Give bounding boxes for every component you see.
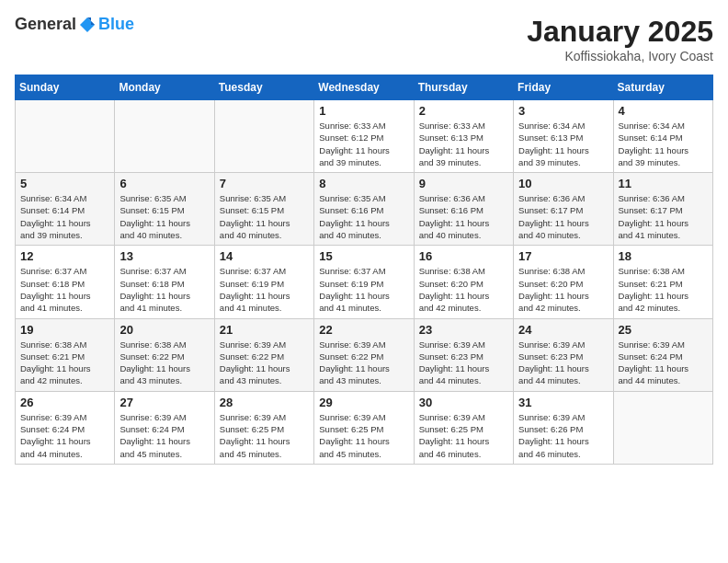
day-info: Sunrise: 6:37 AM Sunset: 6:19 PM Dayligh…: [319, 265, 408, 314]
calendar-week-2: 5Sunrise: 6:34 AM Sunset: 6:14 PM Daylig…: [16, 173, 713, 246]
calendar-cell: 28Sunrise: 6:39 AM Sunset: 6:25 PM Dayli…: [214, 391, 313, 464]
day-number: 9: [419, 177, 508, 190]
calendar-cell: 5Sunrise: 6:34 AM Sunset: 6:14 PM Daylig…: [16, 173, 115, 246]
day-info: Sunrise: 6:38 AM Sunset: 6:20 PM Dayligh…: [518, 265, 608, 314]
day-info: Sunrise: 6:37 AM Sunset: 6:18 PM Dayligh…: [119, 265, 209, 314]
calendar-cell: 7Sunrise: 6:35 AM Sunset: 6:15 PM Daylig…: [214, 173, 313, 246]
day-info: Sunrise: 6:38 AM Sunset: 6:22 PM Dayligh…: [119, 339, 209, 387]
calendar-cell: 31Sunrise: 6:39 AM Sunset: 6:26 PM Dayli…: [514, 391, 613, 464]
logo: General Blue: [15, 15, 134, 34]
day-info: Sunrise: 6:34 AM Sunset: 6:14 PM Dayligh…: [20, 192, 109, 241]
calendar-cell: 26Sunrise: 6:39 AM Sunset: 6:24 PM Dayli…: [16, 391, 115, 464]
calendar-cell: 19Sunrise: 6:38 AM Sunset: 6:21 PM Dayli…: [16, 318, 115, 391]
logo-icon: [78, 16, 97, 34]
calendar-cell: 3Sunrise: 6:34 AM Sunset: 6:13 PM Daylig…: [514, 100, 613, 173]
day-number: 18: [619, 249, 708, 263]
calendar-cell: 14Sunrise: 6:37 AM Sunset: 6:19 PM Dayli…: [214, 246, 313, 318]
day-number: 3: [518, 104, 608, 118]
day-number: 5: [20, 177, 109, 190]
calendar-cell: 13Sunrise: 6:37 AM Sunset: 6:18 PM Dayli…: [115, 246, 214, 318]
day-info: Sunrise: 6:38 AM Sunset: 6:20 PM Dayligh…: [419, 265, 508, 314]
day-info: Sunrise: 6:39 AM Sunset: 6:24 PM Dayligh…: [619, 339, 708, 387]
calendar-cell: [16, 100, 115, 173]
day-number: 14: [220, 249, 309, 263]
day-info: Sunrise: 6:34 AM Sunset: 6:14 PM Dayligh…: [619, 120, 708, 168]
calendar-cell: 20Sunrise: 6:38 AM Sunset: 6:22 PM Dayli…: [115, 318, 214, 391]
day-number: 12: [20, 249, 109, 263]
day-number: 29: [319, 396, 408, 409]
day-info: Sunrise: 6:38 AM Sunset: 6:21 PM Dayligh…: [20, 339, 109, 387]
calendar-cell: 25Sunrise: 6:39 AM Sunset: 6:24 PM Dayli…: [613, 318, 712, 391]
day-info: Sunrise: 6:35 AM Sunset: 6:15 PM Dayligh…: [220, 192, 309, 241]
weekday-header-monday: Monday: [115, 75, 214, 100]
day-number: 17: [518, 249, 608, 263]
day-number: 7: [220, 177, 309, 190]
day-info: Sunrise: 6:37 AM Sunset: 6:19 PM Dayligh…: [220, 265, 309, 314]
logo-general-text: General: [15, 15, 76, 34]
day-number: 31: [518, 396, 608, 409]
calendar-cell: [115, 100, 214, 173]
day-info: Sunrise: 6:39 AM Sunset: 6:25 PM Dayligh…: [419, 411, 508, 460]
day-info: Sunrise: 6:39 AM Sunset: 6:25 PM Dayligh…: [319, 411, 408, 460]
day-number: 11: [619, 177, 708, 190]
day-number: 2: [419, 104, 508, 118]
day-number: 25: [619, 323, 708, 337]
day-info: Sunrise: 6:39 AM Sunset: 6:23 PM Dayligh…: [419, 339, 508, 387]
day-number: 22: [319, 323, 408, 337]
weekday-header-sunday: Sunday: [16, 75, 115, 100]
calendar-cell: 10Sunrise: 6:36 AM Sunset: 6:17 PM Dayli…: [514, 173, 613, 246]
day-info: Sunrise: 6:39 AM Sunset: 6:24 PM Dayligh…: [119, 411, 209, 460]
day-number: 30: [419, 396, 508, 409]
day-info: Sunrise: 6:39 AM Sunset: 6:23 PM Dayligh…: [518, 339, 608, 387]
day-number: 19: [20, 323, 109, 337]
day-number: 16: [419, 249, 508, 263]
calendar-cell: 11Sunrise: 6:36 AM Sunset: 6:17 PM Dayli…: [613, 173, 712, 246]
day-number: 13: [119, 249, 209, 263]
day-number: 20: [119, 323, 209, 337]
calendar-cell: 27Sunrise: 6:39 AM Sunset: 6:24 PM Dayli…: [115, 391, 214, 464]
calendar-cell: 18Sunrise: 6:38 AM Sunset: 6:21 PM Dayli…: [613, 246, 712, 318]
day-number: 27: [119, 396, 209, 409]
calendar-cell: 2Sunrise: 6:33 AM Sunset: 6:13 PM Daylig…: [414, 100, 513, 173]
calendar-week-5: 26Sunrise: 6:39 AM Sunset: 6:24 PM Dayli…: [16, 391, 713, 464]
calendar-week-3: 12Sunrise: 6:37 AM Sunset: 6:18 PM Dayli…: [16, 246, 713, 318]
day-number: 26: [20, 396, 109, 409]
day-info: Sunrise: 6:38 AM Sunset: 6:21 PM Dayligh…: [619, 265, 708, 314]
day-number: 10: [518, 177, 608, 190]
day-number: 23: [419, 323, 508, 337]
day-info: Sunrise: 6:34 AM Sunset: 6:13 PM Dayligh…: [518, 120, 608, 168]
calendar-cell: [613, 391, 712, 464]
day-info: Sunrise: 6:35 AM Sunset: 6:15 PM Dayligh…: [119, 192, 209, 241]
weekday-header-thursday: Thursday: [414, 75, 513, 100]
calendar-cell: 15Sunrise: 6:37 AM Sunset: 6:19 PM Dayli…: [314, 246, 414, 318]
day-info: Sunrise: 6:39 AM Sunset: 6:25 PM Dayligh…: [220, 411, 309, 460]
location-subtitle: Koffissiokaha, Ivory Coast: [527, 49, 713, 63]
day-info: Sunrise: 6:37 AM Sunset: 6:18 PM Dayligh…: [20, 265, 109, 314]
day-number: 21: [220, 323, 309, 337]
day-info: Sunrise: 6:39 AM Sunset: 6:24 PM Dayligh…: [20, 411, 109, 460]
day-info: Sunrise: 6:36 AM Sunset: 6:17 PM Dayligh…: [619, 192, 708, 241]
day-number: 6: [119, 177, 209, 190]
calendar-cell: 8Sunrise: 6:35 AM Sunset: 6:16 PM Daylig…: [314, 173, 414, 246]
calendar-cell: 16Sunrise: 6:38 AM Sunset: 6:20 PM Dayli…: [414, 246, 513, 318]
calendar-cell: 17Sunrise: 6:38 AM Sunset: 6:20 PM Dayli…: [514, 246, 613, 318]
calendar-cell: [214, 100, 313, 173]
weekday-header-friday: Friday: [514, 75, 613, 100]
logo-blue-text: Blue: [98, 15, 134, 34]
calendar-table: SundayMondayTuesdayWednesdayThursdayFrid…: [15, 75, 713, 465]
weekday-header-tuesday: Tuesday: [214, 75, 313, 100]
day-number: 28: [220, 396, 309, 409]
title-block: January 2025 Koffissiokaha, Ivory Coast: [527, 15, 713, 63]
day-number: 24: [518, 323, 608, 337]
calendar-cell: 1Sunrise: 6:33 AM Sunset: 6:12 PM Daylig…: [314, 100, 414, 173]
calendar-cell: 24Sunrise: 6:39 AM Sunset: 6:23 PM Dayli…: [514, 318, 613, 391]
day-number: 1: [319, 104, 408, 118]
calendar-cell: 23Sunrise: 6:39 AM Sunset: 6:23 PM Dayli…: [414, 318, 513, 391]
day-info: Sunrise: 6:39 AM Sunset: 6:22 PM Dayligh…: [319, 339, 408, 387]
calendar-cell: 22Sunrise: 6:39 AM Sunset: 6:22 PM Dayli…: [314, 318, 414, 391]
calendar-week-1: 1Sunrise: 6:33 AM Sunset: 6:12 PM Daylig…: [16, 100, 713, 173]
day-info: Sunrise: 6:35 AM Sunset: 6:16 PM Dayligh…: [319, 192, 408, 241]
calendar-cell: 29Sunrise: 6:39 AM Sunset: 6:25 PM Dayli…: [314, 391, 414, 464]
calendar-cell: 12Sunrise: 6:37 AM Sunset: 6:18 PM Dayli…: [16, 246, 115, 318]
day-info: Sunrise: 6:36 AM Sunset: 6:16 PM Dayligh…: [419, 192, 508, 241]
